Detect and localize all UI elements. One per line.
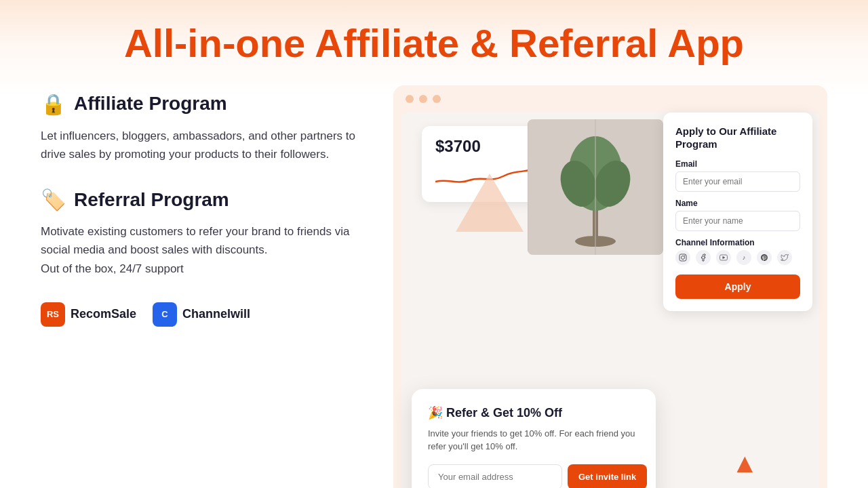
party-emoji: 🎉 (428, 406, 446, 420)
referral-popup-desc: Invite your friends to get 10% off. For … (428, 427, 639, 453)
page-wrapper: All-in-one Affiliate & Referral App 🔒 Af… (0, 0, 868, 488)
facebook-icon[interactable] (696, 250, 711, 265)
affiliate-form-title: Apply to Our Affiliate Program (675, 125, 800, 151)
referral-input-row: Get invite link (428, 464, 639, 488)
referral-email-input[interactable] (428, 464, 562, 488)
svg-point-10 (684, 255, 686, 256)
svg-marker-11 (723, 256, 725, 258)
referral-title: 🏷️ Referral Program (41, 188, 366, 211)
browser-chrome (393, 85, 827, 113)
browser-dot-2 (419, 95, 427, 103)
browser-dot-1 (406, 95, 414, 103)
referral-icon: 🏷️ (41, 188, 66, 211)
decorative-triangle (456, 174, 524, 232)
apply-button[interactable]: Apply (675, 274, 800, 299)
product-image (528, 119, 663, 255)
affiliate-section: 🔒 Affiliate Program Let influencers, blo… (41, 92, 366, 163)
get-invite-link-button[interactable]: Get invite link (568, 464, 647, 488)
affiliate-icon: 🔒 (41, 92, 66, 116)
name-input[interactable] (675, 211, 800, 231)
pinterest-icon[interactable] (757, 250, 772, 265)
page-header: All-in-one Affiliate & Referral App (0, 0, 868, 79)
arrow-up-icon: ▲ (731, 448, 758, 479)
browser-content: $3700 (401, 113, 819, 488)
browser-dot-3 (433, 95, 441, 103)
tiktok-icon[interactable]: ♪ (736, 250, 751, 265)
svg-point-9 (682, 256, 685, 259)
twitter-icon[interactable] (777, 250, 792, 265)
email-label: Email (675, 159, 800, 169)
left-column: 🔒 Affiliate Program Let influencers, blo… (41, 85, 366, 488)
main-content: 🔒 Affiliate Program Let influencers, blo… (0, 79, 868, 488)
channelwill-logo: C Channelwill (153, 302, 250, 327)
referral-description: Motivate existing customers to refer you… (41, 222, 366, 278)
rs-icon: RS (41, 302, 65, 327)
youtube-icon[interactable] (716, 250, 731, 265)
instagram-icon[interactable] (675, 250, 690, 265)
affiliate-description: Let influencers, bloggers, ambassadors, … (41, 127, 366, 163)
svg-rect-8 (679, 254, 686, 261)
name-label: Name (675, 199, 800, 208)
browser-mockup: $3700 (393, 85, 827, 488)
recomsale-logo: RS RecomSale (41, 302, 136, 327)
product-svg (528, 119, 663, 255)
page-title: All-in-one Affiliate & Referral App (41, 22, 827, 65)
cw-icon: C (153, 302, 177, 327)
channel-icons: ♪ (675, 250, 800, 265)
affiliate-form-card: Apply to Our Affiliate Program Email Nam… (663, 113, 812, 311)
channel-label: Channel Information (675, 238, 800, 247)
referral-popup: 🎉 Refer & Get 10% Off Invite your friend… (412, 389, 656, 488)
email-input[interactable] (675, 171, 800, 192)
logos-row: RS RecomSale C Channelwill (41, 302, 366, 327)
affiliate-title: 🔒 Affiliate Program (41, 92, 366, 116)
referral-section: 🏷️ Referral Program Motivate existing cu… (41, 188, 366, 278)
referral-popup-title: 🎉 Refer & Get 10% Off (428, 405, 639, 420)
